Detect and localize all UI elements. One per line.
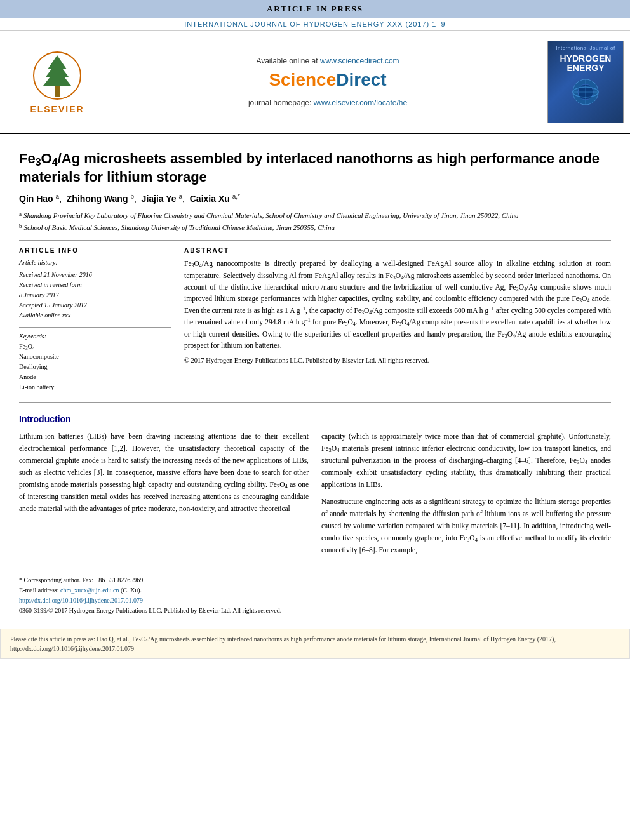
elsevier-label: ELSEVIER	[30, 104, 84, 114]
abstract-heading: ABSTRACT	[184, 247, 611, 254]
main-content: Fe3O4/Ag microsheets assembled by interl…	[0, 134, 630, 622]
journal-homepage: journal homepage: www.elsevier.com/locat…	[248, 98, 407, 107]
corresponding-author-note: * Corresponding author. Fax: +86 531 827…	[19, 575, 611, 585]
keyword-2: Nanocomposite	[19, 352, 171, 362]
paper-title: Fe3O4/Ag microsheets assembled by interl…	[19, 150, 611, 186]
sciencedirect-url[interactable]: www.sciencedirect.com	[320, 57, 399, 65]
journal-cover-image	[566, 76, 605, 108]
journal-title-bar: INTERNATIONAL JOURNAL OF HYDROGEN ENERGY…	[0, 18, 630, 31]
journal-cover: International Journal of HYDROGENENERGY	[547, 41, 624, 123]
author-4: Caixia Xu	[190, 194, 230, 204]
divider-keywords	[19, 327, 171, 328]
affiliation-b-text: School of Basic Medical Sciences, Shando…	[24, 222, 335, 233]
journal-cover-big-title: HYDROGENENERGY	[560, 54, 612, 74]
keyword-4: Anode	[19, 372, 171, 382]
article-history: Article history: Received 21 November 20…	[19, 258, 171, 321]
history-accepted: Accepted 15 January 2017	[19, 300, 171, 310]
header-center: Available online at www.sciencedirect.co…	[114, 37, 541, 126]
history-title: Article history:	[19, 258, 171, 268]
intro-right-para-1: capacity (which is approximately twice m…	[321, 430, 611, 491]
email-link[interactable]: chm_xucx@ujn.edu.cn	[60, 587, 119, 594]
keywords-section: Keywords: Fe3O4 Nanocomposite Dealloying…	[19, 333, 171, 392]
authors-line: Qin Hao a, Zhihong Wang b, Jiajia Ye a, …	[19, 194, 611, 204]
doi-line: http://dx.doi.org/10.1016/j.ijhydene.201…	[19, 596, 611, 606]
abstract-copyright: © 2017 Hydrogen Energy Publications LLC.…	[184, 356, 611, 366]
svg-rect-0	[55, 85, 60, 97]
intro-left-col: Lithium-ion batteries (LIBs) have been d…	[19, 430, 309, 561]
abstract-text: Fe3O4/Ag nanocomposite is directly prepa…	[184, 258, 611, 351]
header-section: ELSEVIER Available online at www.science…	[0, 31, 630, 134]
author-1: Qin Hao	[19, 194, 53, 204]
email-line: E-mail address: chm_xucx@ujn.edu.cn (C. …	[19, 585, 611, 596]
elsevier-logo-area: ELSEVIER	[0, 37, 114, 126]
article-info-heading: ARTICLE INFO	[19, 247, 171, 254]
intro-left-para: Lithium-ion batteries (LIBs) have been d…	[19, 430, 309, 515]
affiliation-a: a Shandong Provincial Key Laboratory of …	[19, 210, 611, 221]
history-received: Received 21 November 2016	[19, 270, 171, 280]
introduction-body: Lithium-ion batteries (LIBs) have been d…	[19, 430, 611, 561]
article-in-press-banner: ARTICLE IN PRESS	[0, 0, 630, 18]
keyword-3: Dealloying	[19, 362, 171, 372]
author-3: Jiajia Ye	[142, 194, 177, 204]
journal-cover-small-title: International Journal of	[556, 45, 615, 51]
article-info-col: ARTICLE INFO Article history: Received 2…	[19, 247, 171, 392]
citation-text: Please cite this article in press as: Ha…	[10, 636, 556, 652]
journal-cover-area: International Journal of HYDROGENENERGY	[541, 37, 630, 126]
sciencedirect-logo: ScienceDirect	[269, 70, 386, 90]
citation-bar: Please cite this article in press as: Ha…	[0, 629, 630, 659]
abstract-col: ABSTRACT Fe3O4/Ag nanocomposite is direc…	[184, 247, 611, 392]
article-info-abstract: ARTICLE INFO Article history: Received 2…	[19, 247, 611, 392]
affiliation-b: b School of Basic Medical Sciences, Shan…	[19, 222, 611, 233]
intro-right-para-2: Nanostructure engineering acts as a sign…	[321, 496, 611, 556]
history-revised-date: 8 January 2017	[19, 290, 171, 300]
affiliations: a Shandong Provincial Key Laboratory of …	[19, 210, 611, 232]
keyword-1: Fe3O4	[19, 342, 171, 352]
history-revised-label: Received in revised form	[19, 280, 171, 290]
intro-right-col: capacity (which is approximately twice m…	[321, 430, 611, 561]
introduction-title: Introduction	[19, 414, 611, 424]
divider-1	[19, 240, 611, 241]
copyright-footnote: 0360-3199/© 2017 Hydrogen Energy Publica…	[19, 606, 611, 616]
journal-homepage-url[interactable]: www.elsevier.com/locate/he	[314, 98, 407, 107]
doi-link[interactable]: http://dx.doi.org/10.1016/j.ijhydene.201…	[19, 597, 143, 604]
history-online: Available online xxx	[19, 310, 171, 321]
divider-2	[19, 402, 611, 403]
author-2: Zhihong Wang	[67, 194, 128, 204]
keywords-title: Keywords:	[19, 333, 171, 340]
elsevier-tree-icon	[32, 50, 83, 101]
available-online-text: Available online at www.sciencedirect.co…	[256, 57, 399, 65]
keyword-5: Li-ion battery	[19, 382, 171, 392]
footnote-area: * Corresponding author. Fax: +86 531 827…	[19, 571, 611, 616]
affiliation-a-text: Shandong Provincial Key Laboratory of Fl…	[23, 210, 519, 221]
